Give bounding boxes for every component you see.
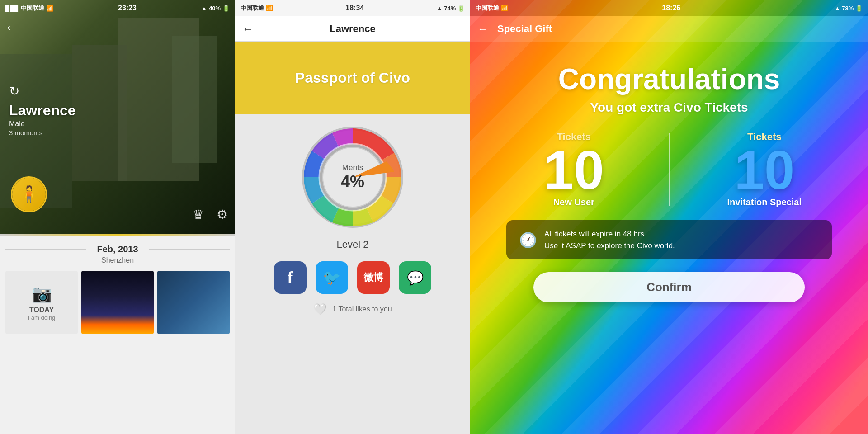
back-button-2[interactable]: ← [242,23,253,35]
refresh-icon[interactable]: ↻ [9,84,76,99]
city-text: Shenzhen [0,256,235,264]
status-left-3: 中国联通 📶 [476,4,508,12]
carrier-1: 中国联通 [21,4,44,12]
likes-row: 🤍 1 Total likes to you [235,303,470,316]
status-bar-1: ▊▊▊ 中国联通 📶 23:23 ▲ 40% 🔋 [0,0,235,16]
status-right-2: ▲ 74% 🔋 [437,5,465,12]
new-user-number: 10 [544,143,604,197]
heart-icon: 🤍 [313,303,327,316]
tickets-row: Tickets 10 New User Tickets 10 Invitatio… [488,131,850,208]
status-bar-2: 中国联通 📶 18:34 ▲ 74% 🔋 [235,0,470,16]
date-text: Feb, 2013 [97,244,138,255]
avatar[interactable]: 🧍 [11,176,47,212]
facebook-button[interactable]: f [274,261,307,294]
today-photo[interactable]: 📷 TODAY I am doing [5,271,78,334]
panel2-title: Lawrence [330,23,376,35]
weibo-button[interactable]: 微博 [357,261,390,294]
level-text: Level 2 [337,239,369,250]
battery-icon-3: 🔋 [855,5,863,12]
confirm-button[interactable]: Confirm [533,272,805,302]
panel1-header: ‹ [0,16,235,39]
profile-name: Lawrence [9,102,76,119]
panel1-bottom: Feb, 2013 Shenzhen 📷 TODAY I am doing [0,236,235,434]
twitter-button[interactable]: 🐦 [316,261,348,294]
crown-icon[interactable]: ♛ [193,207,204,222]
date-row: Feb, 2013 [0,236,235,256]
today-label: TODAY [29,306,54,314]
time-1: 23:23 [118,4,137,12]
clock-icon: 🕐 [519,231,537,249]
wifi-icon-3: 📶 [501,5,508,11]
signal-bars: ▊▊▊ [5,5,19,12]
profile-gender: Male [9,120,76,128]
panel-passport: 中国联通 📶 18:34 ▲ 74% 🔋 ← Lawrence Passport… [235,0,470,434]
back-button-3[interactable]: ← [477,23,488,35]
expiry-line1: All tickets will expire in 48 hrs. [544,230,646,238]
carrier-2: 中国联通 [241,5,264,11]
back-button-1[interactable]: ‹ [7,22,10,33]
battery-icon-2: 🔋 [458,5,465,12]
car-photo[interactable] [157,271,230,334]
date-line-left [5,249,86,250]
avatar-inner: 🧍 [12,178,46,211]
settings-icon[interactable]: ⚙ [217,207,228,222]
likes-text: 1 Total likes to you [332,305,392,313]
panel3-header: ← Special Gift [470,16,868,42]
status-left-1: ▊▊▊ 中国联通 📶 [5,4,53,12]
battery-1: 40% [209,5,221,12]
passport-content: Merits 4% Level 2 f 🐦 微博 💬 🤍 1 Total lik… [235,114,470,434]
invitation-ticket: Tickets 10 Invitation Special [679,131,850,208]
donut-center: Merits 4% [341,163,364,191]
passport-header: Passport of Civo [235,42,470,114]
status-bar-3: 中国联通 📶 18:26 ▲ 78% 🔋 [470,0,868,16]
avatar-figure: 🧍 [19,185,39,204]
battery-2: 74% [444,5,456,12]
expiry-line2: Use it ASAP to explore the Civo world. [544,241,675,250]
status-right-3: ▲ 78% 🔋 [835,5,863,12]
wifi-icon-2: 📶 [266,5,273,11]
social-share-row: f 🐦 微博 💬 [274,261,431,294]
camera-icon: 📷 [32,284,52,303]
passport-title: Passport of Civo [295,70,410,86]
invitation-label-bottom: Invitation Special [727,197,802,208]
time-3: 18:26 [662,4,680,12]
congratulations-title: Congratulations [558,63,780,95]
photo-grid: 📷 TODAY I am doing [0,271,235,334]
doing-label: I am doing [28,314,56,321]
profile-info: ↻ Lawrence Male 3 moments [9,84,76,137]
panel3-title: Special Gift [497,23,552,35]
battery-icon-1: 🔋 [222,5,230,12]
merits-label: Merits [341,163,364,172]
status-left-2: 中国联通 📶 [241,4,273,12]
profile-moments: 3 moments [9,129,76,137]
yellow-divider [0,234,235,236]
expiry-notice: 🕐 All tickets will expire in 48 hrs. Use… [506,220,832,259]
panel-profile: ▊▊▊ 中国联通 📶 23:23 ▲ 40% 🔋 ‹ ↻ Lawrence Ma… [0,0,235,434]
status-right-1: ▲ 40% 🔋 [201,5,230,12]
gift-content: Congratulations You got extra Civo Ticke… [470,42,868,434]
facebook-icon: f [288,268,293,288]
gps-2: ▲ [437,5,443,12]
merits-donut: Merits 4% [298,123,407,231]
date-line-right [149,249,230,250]
panel-special-gift: 中国联通 📶 18:26 ▲ 78% 🔋 ← Special Gift Cong… [470,0,868,434]
invitation-number: 10 [734,143,794,197]
time-2: 18:34 [345,4,364,12]
battery-3: 78% [842,5,854,12]
congrats-subtitle: You got extra Civo Tickets [590,100,748,115]
wechat-button[interactable]: 💬 [399,261,431,294]
night-photo[interactable] [81,271,154,334]
new-user-ticket: Tickets 10 New User [488,131,660,208]
merits-value: 4% [341,172,364,191]
gps-icon-1: ▲ [201,5,207,12]
gps-3: ▲ [835,5,840,12]
carrier-3: 中国联通 [476,5,499,11]
expiry-text: All tickets will expire in 48 hrs. Use i… [544,228,675,251]
wifi-icon-1: 📶 [46,5,53,12]
ticket-divider [669,133,670,206]
new-user-label-bottom: New User [553,197,594,208]
panel2-header: ← Lawrence [235,16,470,42]
twitter-icon: 🐦 [323,269,341,286]
weibo-icon: 微博 [363,271,383,284]
wechat-icon: 💬 [407,270,424,286]
